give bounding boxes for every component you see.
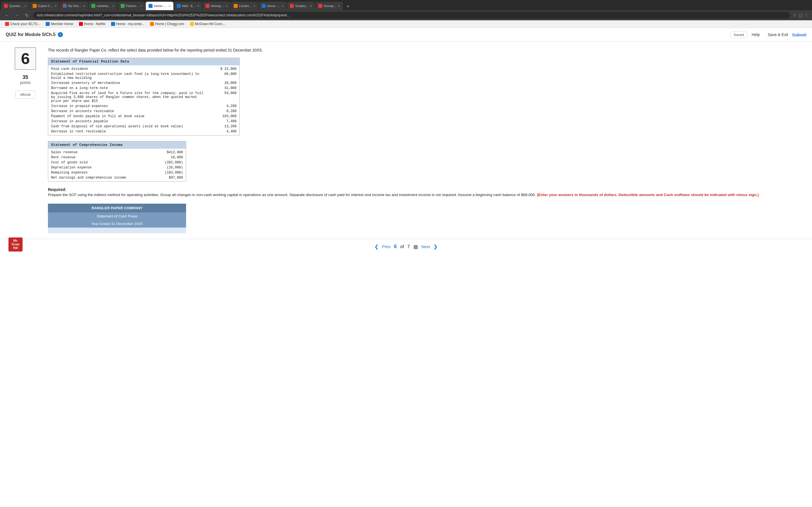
extension-icon[interactable]: ▢ <box>799 13 802 17</box>
tab-10[interactable]: Grades... ✕ <box>287 2 315 10</box>
fp-label-3: Borrowed on a long-term note <box>51 86 214 90</box>
netflix-favicon <box>79 22 83 26</box>
ci-label-2: Cost of goods sold <box>51 161 160 165</box>
tab-label-7: Homep... <box>211 4 223 8</box>
tab-close-1[interactable]: ✕ <box>54 4 57 8</box>
tab-close-6[interactable]: ✕ <box>197 4 199 8</box>
bookmark-mycente[interactable]: Home - my.cente... <box>109 21 146 26</box>
tab-close-2[interactable]: ✕ <box>83 4 85 8</box>
tab-label-11: Homep... <box>324 4 336 8</box>
menu-icon[interactable]: ⋮ <box>805 13 809 17</box>
fp-value-6: 8,200 <box>214 109 237 113</box>
bookmark-mcgrawhill[interactable]: McGraw-Hill Conn... <box>188 21 227 26</box>
bookmark-star-icon[interactable]: ☆ <box>793 13 797 17</box>
member-home-favicon <box>46 22 50 26</box>
next-label[interactable]: Next <box>421 244 430 249</box>
mcgrawhill-logo: Mc Graw Hill <box>8 237 22 251</box>
grid-icon[interactable]: ▦ <box>413 244 418 250</box>
bookmark-member-home[interactable]: Member Home <box>44 21 75 26</box>
tab-7[interactable]: Homep... ✕ <box>203 2 231 10</box>
fp-row-8: Increase in accounts payable 7,400 <box>51 119 237 124</box>
bookmark-ielts[interactable]: Check your IELTS... <box>3 21 42 26</box>
save-exit-button[interactable]: Save & Exit <box>764 31 792 39</box>
ielts-favicon <box>5 22 9 26</box>
tab-11[interactable]: Homep... ✕ <box>315 2 343 10</box>
tab-favicon-11 <box>318 4 322 8</box>
answer-row-placeholder <box>48 228 186 233</box>
submit-button[interactable]: Submit <box>792 33 806 37</box>
tab-1[interactable]: Expert C... ✕ <box>30 2 59 10</box>
tab-bar: Questio... ✕ Expert C... ✕ My Driv... ✕ … <box>0 0 812 10</box>
fp-label-0: Paid cash dividend <box>51 67 214 71</box>
prev-label[interactable]: Prev <box>382 244 391 249</box>
bookmarks-bar: Check your IELTS... Member Home Home - N… <box>0 20 812 28</box>
info-icon[interactable]: i <box>58 32 63 37</box>
ci-label-5: Net earnings and comprehensive income <box>51 176 160 180</box>
ci-row-2: Cost of goods sold (202,000) <box>51 160 183 165</box>
fp-value-0: $ 22,000 <box>214 67 237 71</box>
tab-close-0[interactable]: ✕ <box>24 4 27 8</box>
help-button[interactable]: Help <box>748 31 764 39</box>
fp-value-2: 20,000 <box>214 81 237 85</box>
financial-position-header: Statement of Financial Position Data <box>48 58 239 65</box>
tab-close-4[interactable]: ✕ <box>140 4 142 8</box>
tab-close-5[interactable]: ✕ <box>168 4 170 8</box>
tab-label-5: Home -... <box>154 4 167 8</box>
tab-3[interactable]: marketa... ✕ <box>89 2 117 10</box>
bookmark-netflix[interactable]: Home - Netflix <box>77 21 107 26</box>
ci-value-0: $412,000 <box>160 151 183 154</box>
new-tab-button[interactable]: + <box>345 3 351 10</box>
fp-row-4: Acquired five acres of land for a future… <box>51 91 237 104</box>
ci-row-1: Rent revenue 16,000 <box>51 155 183 160</box>
tab-8[interactable]: Centen... ✕ <box>231 2 259 10</box>
fp-row-3: Borrowed on a long-term note 31,000 <box>51 86 237 91</box>
chegg-favicon <box>150 22 154 26</box>
tab-5[interactable]: Home -... ✕ <box>146 2 173 10</box>
fp-value-7: 103,000 <box>214 114 237 118</box>
fp-value-9: 13,200 <box>214 124 237 128</box>
tab-9[interactable]: Home -... ✕ <box>259 2 287 10</box>
fp-row-9: Cash from disposal of old operational as… <box>51 124 237 129</box>
tab-2[interactable]: My Driv... ✕ <box>60 2 88 10</box>
ci-label-1: Rent revenue <box>51 156 160 159</box>
tab-6[interactable]: Mail - E... ✕ <box>174 2 202 10</box>
logo-line1: Mc <box>13 239 17 242</box>
main-content: 6 35 points eBook The records of Rangler… <box>0 42 812 239</box>
reload-button[interactable]: ↻ <box>24 12 30 18</box>
prev-button[interactable]: ❮ <box>374 244 378 250</box>
ci-value-1: 16,000 <box>160 156 183 159</box>
current-page: 6 <box>394 244 397 249</box>
tab-close-3[interactable]: ✕ <box>112 4 114 8</box>
tab-close-8[interactable]: ✕ <box>253 4 255 8</box>
answer-table-subtitle: Year Ended 31 December 20X5 <box>48 220 186 228</box>
ci-value-3: (26,000) <box>160 166 183 170</box>
address-input[interactable] <box>33 12 790 18</box>
tab-0[interactable]: Questio... ✕ <box>1 2 29 10</box>
tab-label-3: marketa... <box>97 4 110 8</box>
of-label: of <box>400 244 404 249</box>
tab-close-10[interactable]: ✕ <box>310 4 312 8</box>
fp-label-9: Cash from disposal of old operational as… <box>51 124 214 128</box>
comprehensive-income-table: Statement of Comprehensive Income Sales … <box>48 141 186 182</box>
saved-badge: Saved <box>730 31 748 38</box>
fp-row-0: Paid cash dividend $ 22,000 <box>51 66 237 71</box>
app-header: QUIZ for Module 5/Ch.5 i Saved Help Save… <box>0 28 812 42</box>
ebook-button[interactable]: eBook <box>15 91 36 99</box>
fp-row-10: Decrease in rent receivable 4,400 <box>51 129 237 134</box>
fp-label-1: Established restricted construction cash… <box>51 72 214 80</box>
tab-favicon-2 <box>63 4 67 8</box>
tab-favicon-8 <box>234 4 238 8</box>
bookmark-chegg[interactable]: Home | Chegg.com <box>148 21 186 26</box>
tab-close-11[interactable]: ✕ <box>338 4 340 8</box>
fp-value-8: 7,400 <box>214 119 237 123</box>
ci-row-3: Depreciation expense (26,000) <box>51 165 183 170</box>
back-button[interactable]: ← <box>3 12 11 18</box>
tab-4[interactable]: Financi... ✕ <box>118 2 146 10</box>
fp-row-7: Payment of bonds payable in full at book… <box>51 114 237 119</box>
tab-close-7[interactable]: ✕ <box>225 4 227 8</box>
forward-button[interactable]: → <box>13 12 21 18</box>
question-body: The records of Rangler Paper Co. reflect… <box>48 47 804 233</box>
tab-close-9[interactable]: ✕ <box>282 4 284 8</box>
next-button[interactable]: ❯ <box>434 244 438 250</box>
fp-row-1: Established restricted construction cash… <box>51 71 237 80</box>
